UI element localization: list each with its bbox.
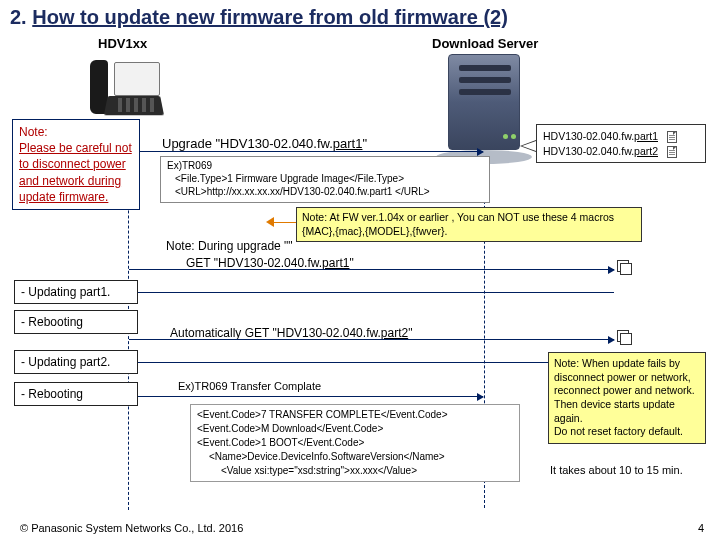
phone-icon — [90, 54, 170, 120]
auto-get-label: Automatically GET "HDV130-02.040.fw.part… — [170, 326, 412, 340]
get-suffix: " — [349, 256, 353, 270]
status-rebooting-2: - Rebooting — [14, 382, 138, 406]
care-note-label: Note: — [19, 125, 48, 139]
macro-note: Note: At FW ver.1.04x or earlier , You c… — [296, 207, 642, 242]
evc-3: <Event.Code>1 BOOT</Event.Code> — [197, 436, 513, 450]
copyright: © Panasonic System Networks Co., Ltd. 20… — [20, 522, 243, 534]
care-note: Note: Please be careful not to disconnec… — [12, 119, 140, 210]
time-note: It takes about 10 to 15 min. — [550, 464, 683, 476]
download-server-label: Download Server — [432, 36, 538, 51]
upgrade-suffix: " — [362, 136, 367, 151]
title-main: How to update new firmware from old firm… — [32, 6, 508, 28]
tr069-complete-label: Ex)TR069 Transfer Complate — [178, 380, 321, 392]
get-part1-label: GET "HDV130-02.040.fw.part1" — [186, 256, 354, 270]
slide-title: 2. How to update new firmware from old f… — [10, 6, 508, 29]
fail-note: Note: When update fails by disconnect po… — [548, 352, 706, 444]
arrow-upgrade — [129, 151, 483, 152]
tr069-line2: <URL>http://xx.xx.xx.xx/HDV130-02.040.fw… — [167, 185, 483, 198]
get-prefix: GET "HDV130-02.040.fw. — [186, 256, 322, 270]
tr069-line1: <File.Type>1 Firmware Upgrade Image</Fil… — [167, 172, 483, 185]
tr069-ex-label: Ex)TR069 — [167, 159, 483, 172]
evc-4: <Name>Device.DeviceInfo.SoftwareVersion<… — [197, 450, 513, 464]
file-bubble-tail — [520, 140, 536, 152]
title-prefix: 2. — [10, 6, 32, 28]
evc-2: <Event.Code>M Download</Event.Code> — [197, 422, 513, 436]
arrow-return-part1 — [129, 292, 614, 293]
auto-get-part: part2 — [381, 326, 408, 340]
upgrade-part: part1 — [333, 136, 363, 151]
get-part: part1 — [322, 256, 349, 270]
macro-callout-arrow — [274, 222, 296, 223]
server-icon — [448, 54, 520, 150]
tr069-example: Ex)TR069 <File.Type>1 Firmware Upgrade I… — [160, 156, 490, 203]
status-updating-part1: - Updating part1. — [14, 280, 138, 304]
evc-1: <Event.Code>7 TRANSFER COMPLETE</Event.C… — [197, 408, 513, 422]
note-during-upgrade: Note: During upgrade "" — [166, 239, 293, 253]
file-icon — [667, 146, 677, 158]
care-note-body: Please be careful not to disconnect powe… — [19, 141, 132, 204]
server-file-1: HDV130-02.040.fw.part1 — [543, 129, 699, 144]
page-number: 4 — [698, 522, 704, 534]
event-codes-box: <Event.Code>7 TRANSFER COMPLETE</Event.C… — [190, 404, 520, 482]
server-files-bubble: HDV130-02.040.fw.part1 HDV130-02.040.fw.… — [536, 124, 706, 163]
status-rebooting-1: - Rebooting — [14, 310, 138, 334]
auto-get-suffix: " — [408, 326, 412, 340]
arrow-get-part2 — [129, 339, 614, 340]
status-updating-part2: - Updating part2. — [14, 350, 138, 374]
arrow-get-part1 — [129, 269, 614, 270]
upgrade-label: Upgrade "HDV130-02.040.fw.part1" — [162, 136, 367, 151]
evc-5: <Value xsi:type="xsd:string">xx.xxx</Val… — [197, 464, 513, 478]
auto-get-prefix: Automatically GET "HDV130-02.040.fw. — [170, 326, 381, 340]
arrow-transfer-complete — [129, 396, 483, 397]
hdv-label: HDV1xx — [98, 36, 147, 51]
file-icon — [667, 131, 677, 143]
upgrade-prefix: Upgrade "HDV130-02.040.fw. — [162, 136, 333, 151]
arrow-return-part2 — [129, 362, 615, 363]
server-file-2: HDV130-02.040.fw.part2 — [543, 144, 699, 159]
